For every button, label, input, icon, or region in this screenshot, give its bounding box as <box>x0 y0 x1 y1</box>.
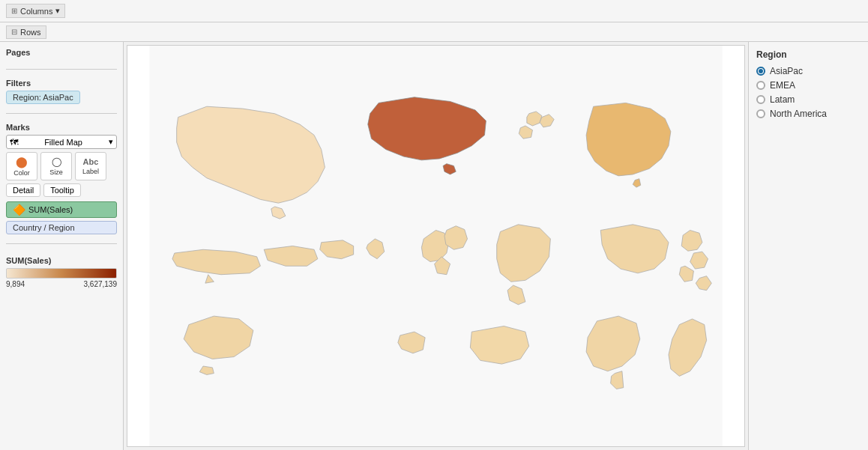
sales-icon: 🔶 <box>13 204 25 216</box>
region-northamerica-item[interactable]: North America <box>756 109 861 119</box>
columns-icon: ⊞ <box>11 7 17 15</box>
legend-values: 9,894 3,627,139 <box>6 280 117 288</box>
left-panel: Pages Filters Region: AsiaPac Marks 🗺 Fi… <box>0 42 124 450</box>
legend-section: SUM(Sales) 9,894 3,627,139 <box>6 256 117 288</box>
tooltip-button[interactable]: Tooltip <box>43 183 81 197</box>
divider-3 <box>6 243 117 244</box>
rows-label: Rows <box>20 28 41 37</box>
dropdown-arrow: ▾ <box>109 137 113 147</box>
region-emea-item[interactable]: EMEA <box>756 80 861 91</box>
marks-section: Marks 🗺 Filled Map ▾ ⬤ Color ◯ Size Abc … <box>6 123 117 234</box>
columns-dropdown-arrow[interactable]: ▾ <box>55 6 60 16</box>
filters-label: Filters <box>6 79 117 88</box>
rows-shelf[interactable]: ⊟ Rows <box>0 22 868 42</box>
map-svg <box>127 46 744 446</box>
color-label: Color <box>13 169 30 177</box>
divider-2 <box>6 113 117 114</box>
map-area <box>127 45 745 447</box>
marks-fields: 🔶 SUM(Sales) Country / Region <box>6 201 117 234</box>
region-latam-label: Latam <box>770 94 795 105</box>
sum-sales-label: SUM(Sales) <box>28 205 73 214</box>
region-latam-item[interactable]: Latam <box>756 94 861 105</box>
columns-label: Columns <box>20 7 52 16</box>
region-legend-title: Region <box>756 49 861 60</box>
region-emea-radio[interactable] <box>756 81 765 90</box>
marks-label: Marks <box>6 123 117 132</box>
filters-section: Filters Region: AsiaPac <box>6 79 117 104</box>
region-emea-label: EMEA <box>770 80 795 91</box>
filter-region-asiapac[interactable]: Region: AsiaPac <box>6 91 80 104</box>
label-button[interactable]: Abc Label <box>75 152 106 180</box>
marks-type-label: Filled Map <box>44 138 82 147</box>
map-icon: 🗺 <box>10 138 18 147</box>
size-label: Size <box>49 168 63 176</box>
size-button[interactable]: ◯ Size <box>40 152 72 180</box>
pages-label: Pages <box>6 48 117 57</box>
sum-sales-pill[interactable]: 🔶 SUM(Sales) <box>6 201 117 218</box>
region-asiapac-item[interactable]: AsiaPac <box>756 66 861 76</box>
columns-shelf[interactable]: ⊞ Columns ▾ <box>0 0 868 22</box>
region-asiapac-label: AsiaPac <box>770 66 803 76</box>
legend-max: 3,627,139 <box>84 280 118 288</box>
size-icon: ◯ <box>52 156 61 167</box>
columns-shelf-item[interactable]: ⊞ Columns ▾ <box>6 4 65 18</box>
country-region-pill[interactable]: Country / Region <box>6 221 117 234</box>
region-northamerica-label: North America <box>770 109 827 119</box>
singapore-shape <box>470 326 528 365</box>
rows-shelf-item[interactable]: ⊟ Rows <box>6 25 46 39</box>
region-northamerica-radio[interactable] <box>756 109 765 118</box>
marks-buttons-row: ⬤ Color ◯ Size Abc Label <box>6 152 117 180</box>
label-label: Label <box>82 168 99 175</box>
label-icon: Abc <box>83 157 99 166</box>
legend-sum-sales-label: SUM(Sales) <box>6 256 117 265</box>
detail-button[interactable]: Detail <box>6 183 40 197</box>
main-layout: Pages Filters Region: AsiaPac Marks 🗺 Fi… <box>0 42 868 450</box>
right-legend: Region AsiaPac EMEA Latam North America <box>748 42 868 450</box>
legend-min: 9,894 <box>6 280 25 288</box>
detail-tooltip-row: Detail Tooltip <box>6 183 117 197</box>
region-asiapac-radio[interactable] <box>756 67 765 76</box>
color-icon: ⬤ <box>16 156 28 168</box>
color-button[interactable]: ⬤ Color <box>6 152 37 180</box>
rows-icon: ⊟ <box>11 28 17 36</box>
marks-type-dropdown[interactable]: 🗺 Filled Map ▾ <box>6 135 117 149</box>
region-latam-radio[interactable] <box>756 95 765 104</box>
divider-1 <box>6 69 117 70</box>
pages-section: Pages <box>6 48 117 60</box>
color-gradient <box>6 268 117 279</box>
